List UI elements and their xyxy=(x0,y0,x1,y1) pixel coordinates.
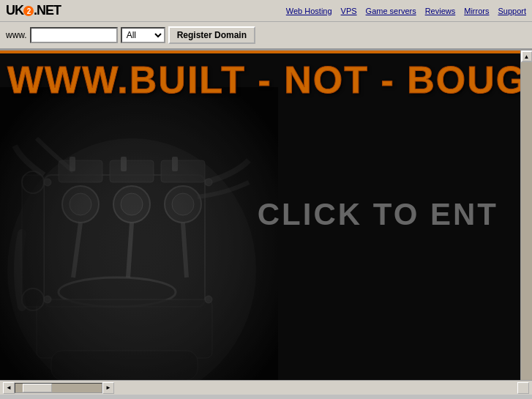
site-logo: UK2.NET xyxy=(6,3,61,18)
nav-vps[interactable]: VPS xyxy=(341,7,357,15)
scroll-up-button[interactable]: ▲ xyxy=(521,51,533,62)
register-domain-button[interactable]: Register Domain xyxy=(168,26,255,44)
top-bar: UK2.NET Web Hosting VPS Game servers Rev… xyxy=(0,0,532,22)
main-content: WWW.BUILT - NOT - BOUGHT.CO CLICK TO ENT… xyxy=(0,51,532,395)
logo-uk: UK xyxy=(6,3,23,18)
browser-chrome: UK2.NET Web Hosting VPS Game servers Rev… xyxy=(0,0,532,51)
engine-image xyxy=(0,87,278,395)
bottom-bar: ◄ ► xyxy=(0,380,532,395)
logo-area: UK2.NET xyxy=(6,3,61,18)
domain-bar: www. All .com .co.uk .net .org Register … xyxy=(0,22,532,50)
hscroll-track xyxy=(15,383,102,393)
nav-web-hosting[interactable]: Web Hosting xyxy=(286,7,332,15)
orange-line xyxy=(0,51,520,53)
scroll-right-button[interactable]: ► xyxy=(102,382,114,394)
svg-rect-28 xyxy=(0,87,278,395)
nav-support[interactable]: Support xyxy=(498,7,526,15)
site-title: WWW.BUILT - NOT - BOUGHT.CO xyxy=(7,58,513,102)
domain-input[interactable] xyxy=(30,27,118,43)
hscroll-thumb[interactable] xyxy=(23,384,52,392)
nav-reviews[interactable]: Reviews xyxy=(425,7,456,15)
nav-game-servers[interactable]: Game servers xyxy=(366,7,416,15)
logo-net: .NET xyxy=(34,3,61,18)
domain-www-label: www. xyxy=(6,30,27,40)
nav-mirrors[interactable]: Mirrors xyxy=(464,7,489,15)
click-to-enter[interactable]: CLICK TO ENT xyxy=(258,197,498,232)
scroll-left-button[interactable]: ◄ xyxy=(3,382,15,394)
vertical-scrollbar: ▲ ▼ xyxy=(520,51,532,395)
corner-resize[interactable] xyxy=(517,382,529,394)
tld-select[interactable]: All .com .co.uk .net .org xyxy=(121,27,165,43)
nav-links: Web Hosting VPS Game servers Reviews Mir… xyxy=(286,7,526,15)
content-area[interactable]: WWW.BUILT - NOT - BOUGHT.CO CLICK TO ENT xyxy=(0,51,520,395)
scroll-track xyxy=(521,62,533,383)
logo-icon: 2 xyxy=(23,6,34,16)
horizontal-scrollbar: ◄ ► xyxy=(3,382,114,394)
